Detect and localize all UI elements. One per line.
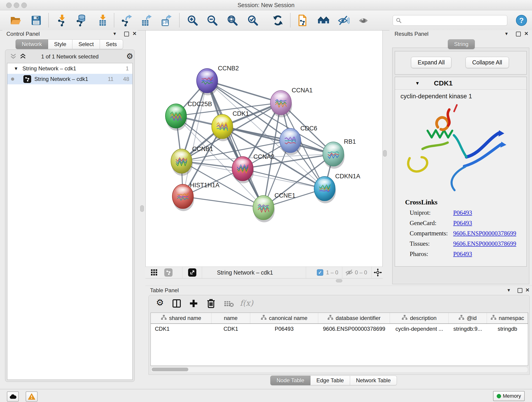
- column-header--id[interactable]: @id: [449, 313, 487, 323]
- horizontal-scrollbar[interactable]: [151, 367, 528, 373]
- network-tree-child-row[interactable]: String Network – cdk1 11 48: [7, 74, 133, 84]
- grid-mode-icon[interactable]: [151, 269, 157, 276]
- selected-checkbox-icon[interactable]: ✓: [317, 269, 323, 276]
- crosslink-link[interactable]: P06493: [453, 250, 472, 258]
- tab-style[interactable]: Style: [48, 39, 72, 49]
- column-header-description[interactable]: description: [390, 313, 448, 323]
- vertical-splitter-handle[interactable]: [140, 205, 144, 212]
- network-node-ccna1[interactable]: [270, 90, 292, 117]
- gear-icon[interactable]: ⚙: [126, 51, 133, 61]
- network-node-ccnb2[interactable]: [196, 69, 218, 95]
- tab-select[interactable]: Select: [72, 39, 100, 49]
- panel-menu-icon[interactable]: ▾: [505, 31, 508, 36]
- zoom-fit-button[interactable]: [225, 13, 240, 27]
- import-network-file-button[interactable]: [55, 13, 70, 27]
- table-gear-icon[interactable]: ⚙: [156, 298, 164, 307]
- export-image-button[interactable]: [158, 13, 173, 27]
- column-header-shared-name[interactable]: shared name: [151, 313, 211, 323]
- warnings-button[interactable]: [26, 391, 38, 402]
- table-cell[interactable]: cyclin-dependent ...: [390, 326, 448, 332]
- network-node-cdc25b[interactable]: [165, 104, 187, 131]
- help-icon: ?: [515, 14, 527, 26]
- network-node-cdc6[interactable]: [280, 128, 302, 155]
- panel-float-icon[interactable]: [124, 32, 129, 36]
- collapse-all-button[interactable]: Collapse All: [466, 57, 509, 68]
- open-session-button[interactable]: [8, 13, 23, 27]
- table-cell[interactable]: CDK1: [151, 326, 211, 332]
- search-input[interactable]: [402, 17, 504, 24]
- panel-close-icon[interactable]: ✕: [525, 288, 530, 293]
- panel-close-icon[interactable]: ✕: [524, 31, 528, 36]
- network-view-share-icon[interactable]: [164, 268, 172, 277]
- network-node-ccnb1[interactable]: [171, 149, 193, 176]
- tab-node-table[interactable]: Node Table: [270, 376, 310, 385]
- string-network-graph[interactable]: CCNB2CCNA1CDC25BCDK1CDC6RB1CCNB1CCNA2CDK…: [146, 31, 382, 267]
- table-cell[interactable]: stringdb:9...: [449, 326, 487, 332]
- collapse-entry-icon[interactable]: ▼: [415, 81, 420, 86]
- crosslink-link[interactable]: 9606.ENSP00000378699: [453, 230, 516, 237]
- tab-sets[interactable]: Sets: [100, 39, 123, 49]
- table-cell[interactable]: P06493: [250, 326, 318, 332]
- panel-menu-icon[interactable]: ▾: [507, 288, 510, 293]
- scrollbar-thumb[interactable]: [152, 368, 188, 371]
- network-node-ccne1[interactable]: [253, 196, 275, 222]
- crosslink-link[interactable]: 9606.ENSP00000378699: [453, 240, 516, 247]
- zoom-selected-button[interactable]: [245, 13, 260, 27]
- vertical-splitter-handle[interactable]: [383, 150, 387, 157]
- hidden-eye-icon[interactable]: [345, 269, 353, 276]
- network-node-cdk1[interactable]: [212, 114, 234, 141]
- tree-expander-icon[interactable]: ▼: [14, 66, 18, 71]
- show-hidden-button[interactable]: [356, 13, 371, 27]
- panel-float-icon[interactable]: [518, 288, 522, 293]
- save-session-button[interactable]: [29, 13, 44, 27]
- network-node-rb1[interactable]: [323, 142, 345, 169]
- tab-edge-table[interactable]: Edge Table: [310, 376, 350, 385]
- tab-network[interactable]: Network: [16, 39, 48, 49]
- column-header-namespac[interactable]: namespac: [487, 313, 528, 323]
- houses-button[interactable]: [316, 13, 331, 27]
- panel-float-icon[interactable]: [516, 32, 521, 36]
- column-header-name[interactable]: name: [211, 313, 250, 323]
- hide-selected-button[interactable]: [336, 13, 351, 27]
- column-tree-icon: [261, 315, 267, 322]
- import-network-database-button[interactable]: [74, 13, 89, 27]
- column-header-database-identifier[interactable]: database identifier: [318, 313, 390, 323]
- panel-close-icon[interactable]: ✕: [133, 31, 137, 36]
- export-table-button[interactable]: [139, 13, 153, 27]
- network-node-ccna2[interactable]: [232, 157, 254, 183]
- zoom-out-button[interactable]: [205, 13, 220, 27]
- table-cell[interactable]: CDK1: [211, 326, 250, 332]
- network-edge[interactable]: [183, 196, 264, 208]
- first-neighbors-button[interactable]: [296, 13, 310, 27]
- memory-button[interactable]: Memory: [493, 391, 525, 401]
- table-cell[interactable]: stringdb: [487, 326, 528, 332]
- node-table-header: shared namenamecanonical namedatabase id…: [151, 313, 528, 324]
- panel-menu-icon[interactable]: ▾: [114, 31, 116, 36]
- network-node-cdkn1a[interactable]: [314, 177, 336, 203]
- network-tree-root-row[interactable]: ▼ String Network – cdk1 1: [7, 63, 133, 74]
- delete-column-icon[interactable]: [206, 298, 215, 308]
- expand-all-button[interactable]: Expand All: [411, 57, 451, 68]
- show-columns-icon[interactable]: [172, 299, 181, 308]
- crosslink-link[interactable]: P06493: [453, 209, 472, 216]
- horizontal-splitter-handle[interactable]: [336, 279, 342, 282]
- zoom-in-button[interactable]: [185, 13, 200, 27]
- add-column-icon[interactable]: [189, 299, 198, 308]
- network-edge[interactable]: [183, 81, 207, 196]
- import-table-button[interactable]: [95, 13, 110, 27]
- help-button[interactable]: ?: [514, 13, 529, 27]
- network-view-canvas[interactable]: CCNB2CCNA1CDC25BCDK1CDC6RB1CCNB1CCNA2CDK…: [146, 30, 383, 267]
- cloud-button[interactable]: [7, 391, 19, 402]
- open-in-window-icon[interactable]: [188, 268, 196, 277]
- crosslink-link[interactable]: P06493: [453, 220, 472, 227]
- string-results-container: Expand All Collapse All ▼ CDK1 cyclin-de…: [392, 48, 529, 284]
- column-header-canonical-name[interactable]: canonical name: [250, 313, 318, 323]
- pan-crosshair-icon[interactable]: [374, 268, 382, 277]
- table-row[interactable]: CDK1CDK1P064939606.ENSP00000378699cyclin…: [151, 324, 528, 334]
- tab-string[interactable]: String: [448, 39, 475, 49]
- refresh-layout-button[interactable]: [271, 13, 285, 27]
- table-cell[interactable]: 9606.ENSP00000378699: [318, 326, 390, 332]
- export-network-button[interactable]: [119, 13, 133, 27]
- tab-network-table[interactable]: Network Table: [350, 376, 397, 385]
- node-details-header[interactable]: ▼ CDK1: [395, 77, 526, 89]
